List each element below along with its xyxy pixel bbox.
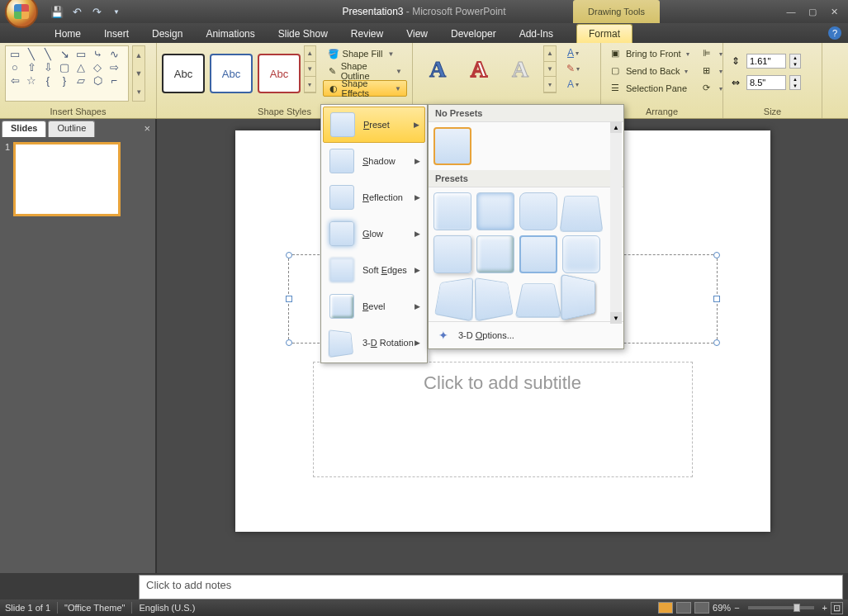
shape-downarrow-icon[interactable]: ⇩ <box>40 61 55 73</box>
styles-scroll[interactable]: ▲ ▼ ▾ <box>304 45 316 93</box>
width-input[interactable] <box>746 75 786 90</box>
shape-rightarrow-icon[interactable]: ⇨ <box>107 61 121 73</box>
close-button[interactable]: ✕ <box>825 5 843 18</box>
view-sorter-button[interactable] <box>676 602 691 614</box>
tab-developer[interactable]: Developer <box>439 25 508 43</box>
qat-customize-icon[interactable]: ▼ <box>109 4 124 19</box>
shape-uparrow-icon[interactable]: ⇧ <box>24 61 39 73</box>
resize-handle[interactable] <box>713 296 720 302</box>
style-preview-3[interactable]: Abc <box>258 54 301 93</box>
tab-slide-show[interactable]: Slide Show <box>267 25 339 43</box>
panel-close-button[interactable]: × <box>144 121 150 137</box>
preset-3d-options[interactable]: ✦ 3-D Options... <box>429 321 623 348</box>
shape-freeform-icon[interactable]: ∿ <box>107 48 121 59</box>
resize-handle[interactable] <box>286 296 292 302</box>
menu-bevel[interactable]: Bevel▶ <box>323 288 425 325</box>
wordart-preview-2[interactable]: A <box>459 50 499 89</box>
scroll-up-icon[interactable]: ▲ <box>305 46 315 62</box>
wordart-scroll[interactable]: ▲ ▼ ▾ <box>543 45 557 93</box>
wordart-preview-3[interactable]: A <box>500 50 540 89</box>
height-input[interactable] <box>746 54 786 69</box>
zoom-thumb[interactable] <box>794 604 800 612</box>
view-normal-button[interactable] <box>658 602 673 614</box>
menu-3d-rotation[interactable]: 3-D Rotation▶ <box>323 325 425 361</box>
slides-tab[interactable]: Slides <box>2 121 46 137</box>
shape-brace2-icon[interactable]: } <box>57 74 72 86</box>
shape-line2-icon[interactable]: ╲ <box>40 48 55 59</box>
scroll-more-icon[interactable]: ▾ <box>544 77 556 92</box>
zoom-slider[interactable] <box>748 606 814 609</box>
shapes-scroll[interactable]: ▲ ▼ ▾ <box>132 45 145 102</box>
shape-fill-button[interactable]: 🪣 Shape Fill▼ <box>323 45 407 62</box>
shape-textbox-icon[interactable]: ▭ <box>7 48 22 59</box>
menu-reflection[interactable]: Reflection▶ <box>323 179 425 216</box>
tab-format[interactable]: Format <box>576 24 632 43</box>
resize-handle[interactable] <box>286 252 292 258</box>
tab-review[interactable]: Review <box>339 25 395 43</box>
send-to-back-button[interactable]: ▢Send to Back▾ <box>606 63 694 79</box>
style-preview-1[interactable]: Abc <box>162 54 205 93</box>
tab-insert[interactable]: Insert <box>92 25 140 43</box>
menu-shadow[interactable]: Shadow▶ <box>323 143 425 179</box>
shape-outline-button[interactable]: ✎ Shape Outline▼ <box>323 63 407 79</box>
resize-handle[interactable] <box>713 252 720 258</box>
wordart-preview-1[interactable]: A <box>418 50 457 89</box>
subtitle-placeholder[interactable]: Click to add subtitle <box>313 362 693 477</box>
shapes-gallery[interactable]: ▭ ╲ ╲ ↘ ▭ ⤷ ∿ ○ ⇧ ⇩ ▢ △ ◇ ⇨ ⇦ ☆ { } ▱ ⬡ <box>5 45 129 102</box>
text-outline-button[interactable]: ✎▾ <box>563 61 583 76</box>
wordart-gallery[interactable]: A A A <box>418 45 540 93</box>
shape-hexagon-icon[interactable]: ⬡ <box>90 74 105 86</box>
status-language[interactable]: English (U.S.) <box>139 603 195 613</box>
scroll-up-icon[interactable]: ▲ <box>610 121 622 133</box>
tab-view[interactable]: View <box>395 25 439 43</box>
preset-item[interactable] <box>562 235 600 273</box>
bring-to-front-button[interactable]: ▣Bring to Front▾ <box>606 45 694 62</box>
shape-arrow-icon[interactable]: ↘ <box>57 48 72 59</box>
tab-add-ins[interactable]: Add-Ins <box>508 25 565 43</box>
preset-item[interactable] <box>515 283 562 317</box>
preset-item[interactable] <box>519 192 557 230</box>
undo-icon[interactable]: ↶ <box>69 4 84 19</box>
scroll-more-icon[interactable]: ▾ <box>133 83 144 101</box>
tab-animations[interactable]: Animations <box>194 25 266 43</box>
help-button[interactable]: ? <box>828 26 841 40</box>
preset-item[interactable] <box>434 277 473 322</box>
shape-rectangle-icon[interactable]: ▭ <box>73 48 88 59</box>
shape-effects-button[interactable]: ◐ Shape Effects▼ <box>323 80 407 97</box>
fit-to-window-button[interactable]: ⊡ <box>831 602 843 614</box>
outline-tab[interactable]: Outline <box>48 121 95 137</box>
zoom-out-button[interactable]: − <box>734 603 739 613</box>
scroll-down-icon[interactable]: ▼ <box>610 312 622 324</box>
preset-item[interactable] <box>433 235 471 273</box>
width-spinner[interactable]: ▲▼ <box>789 75 801 90</box>
preset-item[interactable] <box>475 277 514 322</box>
preset-item[interactable] <box>560 196 604 232</box>
shape-brace-icon[interactable]: { <box>40 74 55 86</box>
scroll-down-icon[interactable]: ▼ <box>544 62 556 78</box>
selection-pane-button[interactable]: ☰Selection Pane <box>606 80 694 97</box>
text-effects-button[interactable]: A▾ <box>563 77 583 92</box>
shape-line-icon[interactable]: ╲ <box>24 48 39 59</box>
resize-handle[interactable] <box>286 339 292 346</box>
scroll-up-icon[interactable]: ▲ <box>544 46 556 62</box>
preset-item[interactable] <box>476 235 514 273</box>
menu-preset[interactable]: PPresetreset ▶ <box>323 107 425 143</box>
scroll-down-icon[interactable]: ▼ <box>133 64 144 83</box>
text-fill-button[interactable]: A▾ <box>563 45 583 60</box>
shape-star-icon[interactable]: ☆ <box>24 74 39 86</box>
shape-oval-icon[interactable]: ○ <box>7 61 22 73</box>
shape-diamond-icon[interactable]: ◇ <box>90 61 105 73</box>
preset-item[interactable] <box>476 192 514 230</box>
shape-lbracket-icon[interactable]: ⌐ <box>107 74 121 86</box>
style-preview-2[interactable]: Abc <box>210 54 253 93</box>
preset-item[interactable] <box>433 192 471 230</box>
slide-thumbnail-1[interactable] <box>13 142 121 216</box>
shape-leftarrow-icon[interactable]: ⇦ <box>7 74 22 86</box>
resize-handle[interactable] <box>713 339 720 346</box>
save-icon[interactable]: 💾 <box>50 4 64 19</box>
menu-soft-edges[interactable]: Soft Edges▶ <box>323 252 425 288</box>
shape-connector-icon[interactable]: ⤷ <box>90 48 105 59</box>
restore-button[interactable]: ▢ <box>803 5 822 18</box>
flyout-scrollbar[interactable]: ▲ ▼ <box>610 121 622 324</box>
shape-callout-icon[interactable]: ▱ <box>73 74 88 86</box>
